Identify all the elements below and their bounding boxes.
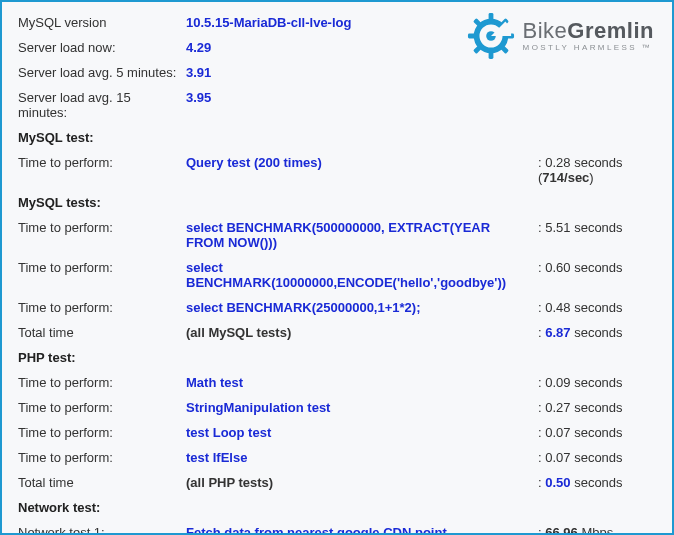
- network-test-row: Network test 1: Fetch data from nearest …: [14, 520, 660, 535]
- mysql-test-query-row: Time to perform: Query test (200 times) …: [14, 150, 660, 190]
- row-desc: select BENCHMARK(500000000, EXTRACT(YEAR…: [182, 215, 534, 255]
- mysql-tests-row: Time to perform: select BENCHMARK(250000…: [14, 295, 660, 320]
- server-load-15-value: 3.95: [182, 85, 534, 125]
- svg-rect-2: [488, 13, 493, 21]
- php-test-row: Time to perform: StringManipulation test…: [14, 395, 660, 420]
- server-load-5-row: Server load avg. 5 minutes: 3.91: [14, 60, 660, 85]
- gear-icon: [467, 12, 515, 60]
- php-test-row: Time to perform: test IfElse : 0.07 seco…: [14, 445, 660, 470]
- server-load-15-label: Server load avg. 15 minutes:: [14, 85, 182, 125]
- row-label: Total time: [14, 470, 182, 495]
- mysql-version-label: MySQL version: [14, 10, 182, 35]
- server-load-5-label: Server load avg. 5 minutes:: [14, 60, 182, 85]
- mysql-tests-row: Time to perform: select BENCHMARK(100000…: [14, 255, 660, 295]
- row-result: : 6.87 seconds: [534, 320, 660, 345]
- row-label: Time to perform:: [14, 215, 182, 255]
- row-desc: Fetch data from nearest google CDN point: [182, 520, 534, 535]
- mysql-test-heading: MySQL test:: [14, 125, 660, 150]
- row-result: : 66.96 Mbps: [534, 520, 660, 535]
- mysql-tests-heading: MySQL tests:: [14, 190, 660, 215]
- row-label: Time to perform:: [14, 150, 182, 190]
- network-test-heading: Network test:: [14, 495, 660, 520]
- row-desc: test Loop test: [182, 420, 534, 445]
- row-label: Time to perform:: [14, 395, 182, 420]
- row-desc: test IfElse: [182, 445, 534, 470]
- php-test-heading: PHP test:: [14, 345, 660, 370]
- brand-logo: BikeGremlin MOSTLY HARMLESS ™: [467, 12, 654, 60]
- row-label: Network test 1:: [14, 520, 182, 535]
- server-load-now-label: Server load now:: [14, 35, 182, 60]
- row-label: Time to perform:: [14, 295, 182, 320]
- row-result: : 0.07 seconds: [534, 445, 660, 470]
- server-load-5-value: 3.91: [182, 60, 534, 85]
- row-label: Time to perform:: [14, 255, 182, 295]
- row-result: : 0.50 seconds: [534, 470, 660, 495]
- php-test-row: Time to perform: Math test : 0.09 second…: [14, 370, 660, 395]
- row-desc: Math test: [182, 370, 534, 395]
- server-load-15-row: Server load avg. 15 minutes: 3.95: [14, 85, 660, 125]
- php-test-total-row: Total time (all PHP tests) : 0.50 second…: [14, 470, 660, 495]
- row-desc: StringManipulation test: [182, 395, 534, 420]
- php-test-row: Time to perform: test Loop test : 0.07 s…: [14, 420, 660, 445]
- row-desc: select BENCHMARK(10000000,ENCODE('hello'…: [182, 255, 534, 295]
- mysql-tests-row: Time to perform: select BENCHMARK(500000…: [14, 215, 660, 255]
- row-desc: (all MySQL tests): [182, 320, 534, 345]
- row-label: Time to perform:: [14, 370, 182, 395]
- row-result: : 0.48 seconds: [534, 295, 660, 320]
- benchmark-table: MySQL version 10.5.15-MariaDB-cll-lve-lo…: [14, 10, 660, 535]
- brand-name: BikeGremlin: [523, 20, 654, 42]
- row-result: : 0.07 seconds: [534, 420, 660, 445]
- row-result: : 0.09 seconds: [534, 370, 660, 395]
- row-desc: (all PHP tests): [182, 470, 534, 495]
- row-result: : 0.27 seconds: [534, 395, 660, 420]
- row-label: Time to perform:: [14, 420, 182, 445]
- row-label: Total time: [14, 320, 182, 345]
- brand-tagline: MOSTLY HARMLESS ™: [523, 44, 654, 52]
- row-result: : 0.28 seconds(714/sec): [534, 150, 660, 190]
- row-result: : 0.60 seconds: [534, 255, 660, 295]
- row-label: Time to perform:: [14, 445, 182, 470]
- svg-rect-4: [468, 34, 476, 39]
- mysql-tests-total-row: Total time (all MySQL tests) : 6.87 seco…: [14, 320, 660, 345]
- row-desc: Query test (200 times): [182, 150, 534, 190]
- svg-rect-3: [488, 51, 493, 59]
- row-desc: select BENCHMARK(25000000,1+1*2);: [182, 295, 534, 320]
- row-result: : 5.51 seconds: [534, 215, 660, 255]
